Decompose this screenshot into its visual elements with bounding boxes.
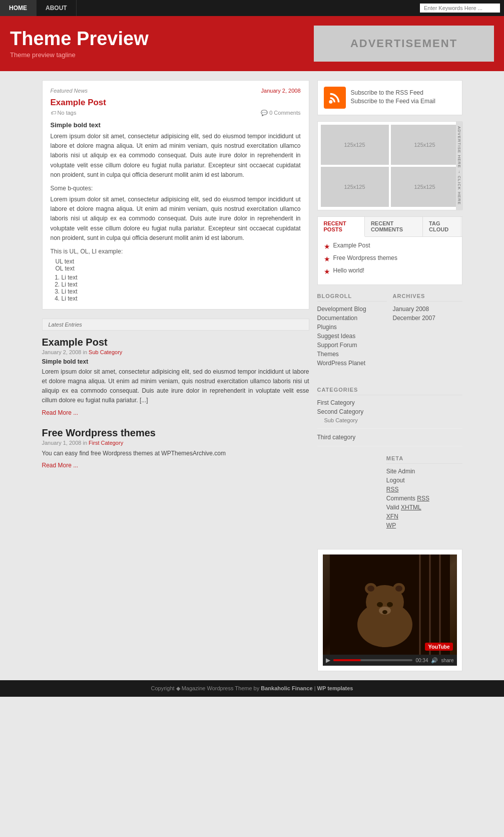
post-1-category[interactable]: Sub Category [89,349,122,355]
top-navigation: HOME ABOUT [0,0,504,16]
svg-point-14 [382,610,387,614]
tabs-header: RECENT POSTS RECENT COMMENTS TAG CLOUD [318,217,462,237]
recent-post-link-1[interactable]: Example Post [333,242,370,249]
featured-date: January 2, 2008 [261,88,301,94]
youtube-volume-icon[interactable]: 🔊 [431,657,438,664]
blogroll-wordpress-planet[interactable]: WordPress Planet [317,360,387,367]
rss-email-link[interactable]: Subscribe to the Feed via Email [351,98,435,105]
post-2-category[interactable]: First Category [89,440,123,446]
post-entry-2: Free Wordpress themes January 1, 2008 in… [42,427,309,469]
meta-title: META [386,455,462,464]
featured-post-title[interactable]: Example Post [51,98,301,108]
post-1-title[interactable]: Example Post [42,337,309,348]
star-icon-3: ★ [324,267,330,275]
recent-post-link-2[interactable]: Free Wordpress themes [333,254,398,261]
search-input[interactable] [420,4,500,13]
rss-feed-link[interactable]: Subscribe to the RSS Feed [351,89,435,96]
blogroll-documentation[interactable]: Documentation [317,315,387,322]
youtube-play-button[interactable]: ▶ [326,657,330,664]
meta-xfn[interactable]: XFN [386,513,462,520]
featured-post-meta: 🏷 No tags 💬 0 Comments [51,110,301,116]
star-icon-2: ★ [324,255,330,263]
blogroll-archives-row: BLOGROLL Development Blog Documentation … [317,293,462,378]
svg-point-11 [377,602,383,607]
post-entry-1: Example Post January 2, 2008 in Sub Cate… [42,337,309,416]
tag-icon: 🏷 [51,110,56,116]
blogroll-suggest-ideas[interactable]: Suggest Ideas [317,333,387,340]
meta-comments-rss[interactable]: Comments RSS [386,495,462,502]
rss-links: Subscribe to the RSS Feed Subscribe to t… [351,89,435,106]
list-item: UL text [56,258,301,265]
category-sub[interactable]: Sub Category [317,417,462,423]
meta-section: META Site Admin Logout RSS Comments RSS … [386,455,462,531]
youtube-controls: ▶ 00:34 🔊 share [323,655,457,666]
svg-point-12 [387,602,393,607]
ad-slot-1[interactable]: 125x125 [321,125,389,165]
featured-body-1: Lorem ipsum dolor sit amet, consectetur … [51,132,301,180]
meta-valid-xhtml[interactable]: Valid XHTML [386,504,462,511]
archive-jan-2008[interactable]: January 2008 [393,306,462,313]
ad-slot-4[interactable]: 125x125 [391,167,459,207]
youtube-time: 00:34 [415,658,428,663]
meta-logout[interactable]: Logout [386,477,462,484]
rss-svg [328,91,342,105]
featured-bold-text: Simple bold text [51,121,301,129]
star-icon-1: ★ [324,242,330,250]
nav-home[interactable]: HOME [0,0,37,16]
nav-about[interactable]: ABOUT [37,0,77,16]
post-2-read-more[interactable]: Read More ... [42,462,79,469]
featured-body-2: Lorem ipsum dolor sit amet, consectetur … [51,195,301,243]
list-item: OL text [56,265,301,272]
youtube-share-button[interactable]: share [441,658,453,663]
blogroll-plugins[interactable]: Plugins [317,324,387,331]
blockquote-label: Some b-quotes: [51,185,301,192]
sidebar: Subscribe to the RSS Feed Subscribe to t… [317,80,462,671]
category-third[interactable]: Third category [317,434,462,441]
recent-post-link-3[interactable]: Hello world! [333,267,365,274]
footer-brand-link[interactable]: Bankaholic Finance [261,685,312,691]
archives-title: ARCHIVES [393,293,462,302]
featured-label: Featured News [51,88,88,94]
meta-wp[interactable]: WP [386,522,462,529]
site-tagline: Theme preview tagline [10,51,149,59]
archives-section: ARCHIVES January 2008 December 2007 [393,293,462,369]
meta-rss[interactable]: RSS [386,486,462,493]
site-title: Theme Preview [10,29,149,50]
tab-recent-comments[interactable]: RECENT COMMENTS [365,217,423,236]
categories-section: CATEGORIES First Category Second Categor… [317,387,462,446]
blogroll-development[interactable]: Development Blog [317,306,387,313]
archive-dec-2007[interactable]: December 2007 [393,315,462,322]
blogroll-section: BLOGROLL Development Blog Documentation … [317,293,387,369]
ad-slot-3[interactable]: 125x125 [321,167,389,207]
comment-icon: 💬 [261,110,268,116]
youtube-progress-bar[interactable] [333,659,413,661]
post-2-title[interactable]: Free Wordpress themes [42,427,309,439]
youtube-widget: YouTube ▶ 00:34 🔊 share [317,549,462,671]
rss-icon [324,87,346,109]
tab-tag-cloud[interactable]: TAG CLOUD [423,217,461,236]
ad-slot-2[interactable]: 125x125 [391,125,459,165]
post-1-body: Lorem ipsum dolor sit amet, consectetur … [42,367,309,406]
ad-grid-inner: 125x125 125x125 125x125 125x125 [321,125,459,207]
tab-post-2: ★ Free Wordpress themes [324,254,456,263]
post-1-read-more[interactable]: Read More ... [42,409,79,416]
search-box [416,0,504,16]
advertise-label[interactable]: ADVERTISE HERE → CLICK HERE [456,122,463,210]
category-second[interactable]: Second Category [317,408,462,415]
main-content: Featured News January 2, 2008 Example Po… [42,80,309,671]
footer-middle-text: Magazine Wordpress Theme by [182,685,261,691]
tab-recent-posts[interactable]: RECENT POSTS [318,217,365,237]
blogroll-support-forum[interactable]: Support Forum [317,342,387,349]
footer-diamond: ◆ [176,685,182,691]
category-first[interactable]: First Category [317,399,462,406]
featured-post-box: Featured News January 2, 2008 Example Po… [42,80,309,310]
meta-site-admin[interactable]: Site Admin [386,468,462,475]
blogroll-title: BLOGROLL [317,293,387,302]
footer-wp-link[interactable]: WP templates [317,685,353,691]
post-2-meta: January 1, 2008 in First Category [42,440,309,446]
tab-post-3: ★ Hello world! [324,267,456,275]
tabs-widget: RECENT POSTS RECENT COMMENTS TAG CLOUD ★… [317,216,462,285]
footer-copyright: Copyright [151,685,176,691]
blogroll-themes[interactable]: Themes [317,351,387,358]
latest-entries-header: Latest Entries [42,319,309,331]
